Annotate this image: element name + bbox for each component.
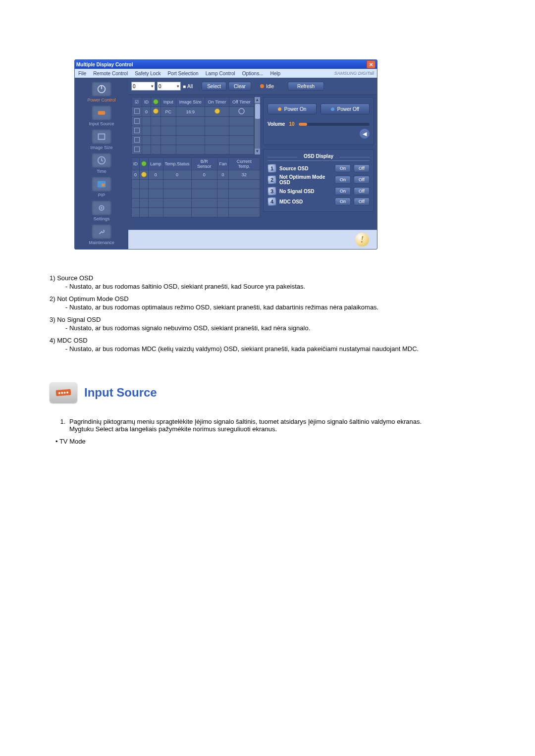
scroll-up-arrow-icon[interactable]: ▲	[255, 97, 260, 103]
no-signal-osd-off-button[interactable]: Off	[354, 187, 370, 195]
table-row[interactable]: 0 0 0 0 0 32	[132, 170, 260, 180]
sidebar-item-time[interactable]: Time	[77, 153, 126, 174]
col-br-sensor: B/R Sensor	[191, 158, 217, 170]
callout-badge-3: 3	[268, 187, 277, 196]
callout-badge-1: 1	[268, 164, 277, 173]
led-icon	[141, 172, 147, 177]
combo-id-to[interactable]: 0	[157, 82, 181, 91]
menu-safety-lock[interactable]: Safety Lock	[131, 71, 164, 76]
instruction-step-1: Pagrindinių piktogramų meniu spragtelėki…	[67, 418, 485, 433]
col-led	[140, 158, 149, 170]
no-signal-osd-on-button[interactable]: On	[335, 187, 351, 195]
all-checkbox[interactable]: ■ All	[183, 84, 193, 89]
col-off-timer: Off Timer	[229, 98, 254, 107]
callout-badge-2: 2	[268, 175, 277, 185]
input-source-icon	[92, 105, 111, 120]
scroll-down-arrow-icon[interactable]: ▼	[255, 149, 260, 154]
osd-row-source: 1 Source OSD On Off	[268, 164, 370, 173]
image-size-icon	[92, 129, 111, 144]
osd-row-mdc: 4 MDC OSD On Off	[268, 197, 370, 206]
table-row[interactable]	[132, 208, 260, 217]
col-temp-status: Temp.Status	[163, 158, 191, 170]
led-icon	[141, 161, 147, 166]
sidebar-item-image-size[interactable]: Image Size	[77, 129, 126, 150]
table-row[interactable]	[132, 136, 254, 145]
close-icon[interactable]: ✕	[367, 60, 375, 68]
led-icon	[331, 107, 334, 111]
menu-help[interactable]: Help	[267, 71, 284, 76]
checkbox-header[interactable]: ☑	[132, 98, 142, 107]
power-icon	[92, 82, 111, 97]
volume-slider[interactable]	[299, 123, 370, 126]
svg-rect-6	[102, 184, 105, 187]
volume-label: Volume	[268, 121, 285, 127]
source-osd-off-button[interactable]: Off	[354, 164, 370, 172]
sidebar-item-label: PIP	[77, 193, 126, 198]
menu-lamp-control[interactable]: Lamp Control	[202, 71, 239, 76]
status-dot-icon	[260, 84, 264, 88]
menu-port-selection[interactable]: Port Selection	[164, 71, 202, 76]
title-bar: Multiple Display Control ✕	[75, 60, 377, 69]
menu-file[interactable]: File	[75, 71, 90, 76]
led-icon	[153, 108, 159, 114]
sidebar-item-pip[interactable]: PIP	[77, 177, 126, 198]
sidebar-item-label: Input Source	[77, 121, 126, 126]
not-optimum-osd-on-button[interactable]: On	[335, 176, 351, 184]
col-on-timer: On Timer	[205, 98, 229, 107]
osd-row-not-optimum: 2 Not Optimum Mode OSD On Off	[268, 174, 370, 185]
callout-badge-4: 4	[268, 197, 277, 206]
list-item-4: 4) MDC OSD - Nustato, ar bus rodomas MDC…	[50, 337, 485, 353]
sidebar-item-label: Settings	[77, 216, 126, 221]
not-optimum-osd-off-button[interactable]: Off	[354, 176, 370, 184]
table-row[interactable]	[132, 199, 260, 208]
scroll-thumb[interactable]	[255, 104, 260, 119]
sidebar-item-label: Maintenance	[77, 240, 126, 245]
sidebar-item-label: Power Control	[77, 98, 126, 102]
menu-bar: File Remote Control Safety Lock Port Sel…	[75, 69, 377, 78]
instruction-list: Pagrindinių piktogramų meniu spragtelėki…	[50, 418, 485, 433]
sidebar-item-settings[interactable]: Settings	[77, 201, 126, 221]
col-id: ID	[142, 98, 151, 107]
speaker-icon[interactable]: ◀	[360, 129, 370, 139]
table-row[interactable]	[132, 189, 260, 199]
gear-icon	[92, 201, 111, 215]
select-button[interactable]: Select	[202, 82, 226, 91]
source-osd-on-button[interactable]: On	[335, 164, 351, 172]
list-item-2: 2) Not Optimum Mode OSD - Nustato, ar bu…	[50, 295, 485, 311]
col-led	[151, 98, 160, 107]
vertical-scrollbar[interactable]: ▲ ▼	[254, 97, 260, 154]
bullet-tv-mode: • TV Mode	[50, 438, 485, 445]
sidebar-item-label: Time	[77, 169, 126, 174]
list-item-3: 3) No Signal OSD - Nustato, ar bus rodom…	[50, 316, 485, 332]
table-row[interactable]: 0 PC 16:9	[132, 107, 254, 117]
menu-remote-control[interactable]: Remote Control	[90, 71, 131, 76]
sidebar-item-input-source[interactable]: Input Source	[77, 105, 126, 126]
sidebar: Power Control Input Source Image Size Ti…	[75, 78, 128, 249]
col-fan: Fan	[217, 158, 229, 170]
sidebar-item-power-control[interactable]: Power Control	[77, 82, 126, 102]
table-row[interactable]	[132, 145, 254, 154]
table-row[interactable]	[132, 180, 260, 189]
mdc-osd-on-button[interactable]: On	[335, 198, 351, 205]
volume-value: 10	[289, 121, 294, 127]
section-heading: ●●●● Input Source	[50, 382, 485, 403]
refresh-button[interactable]: Refresh	[288, 82, 324, 91]
col-current-temp: Current Temp.	[228, 158, 260, 170]
clear-button[interactable]: Clear	[228, 82, 251, 91]
col-input: Input	[161, 98, 176, 107]
power-on-button[interactable]: Power On	[268, 103, 317, 114]
table-row[interactable]	[132, 117, 254, 126]
led-icon	[278, 107, 281, 111]
combo-id-from[interactable]: 0	[131, 82, 155, 91]
warning-icon: !	[355, 233, 369, 247]
power-off-button[interactable]: Power Off	[321, 103, 370, 114]
window-title: Multiple Display Control	[76, 62, 133, 67]
table-row[interactable]	[132, 126, 254, 136]
mdc-app-window: Multiple Display Control ✕ File Remote C…	[74, 59, 377, 250]
menu-options[interactable]: Options...	[239, 71, 267, 76]
col-id: ID	[132, 158, 140, 170]
mdc-osd-off-button[interactable]: Off	[354, 198, 370, 205]
display-grid-2: ID Lamp Temp.Status B/R Sensor Fan Curre…	[131, 157, 260, 217]
power-volume-panel: Power On Power Off Volume 10 ◀	[263, 97, 374, 145]
sidebar-item-maintenance[interactable]: Maintenance	[77, 224, 126, 245]
